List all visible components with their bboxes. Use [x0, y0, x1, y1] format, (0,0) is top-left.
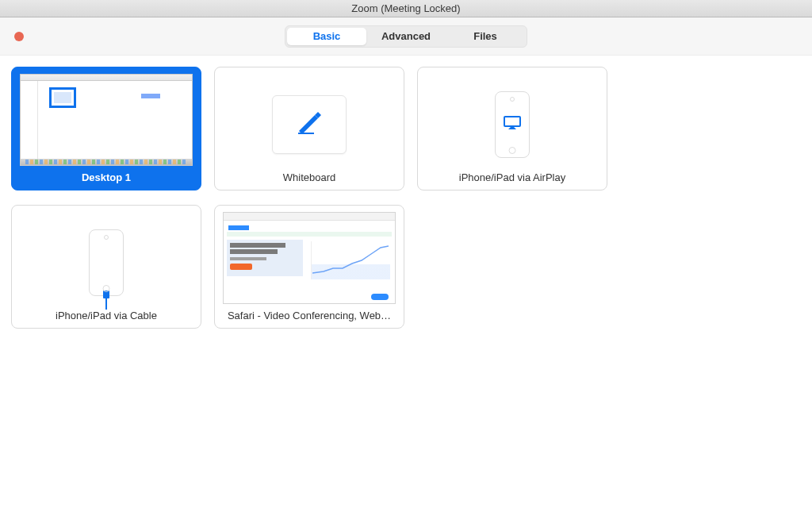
share-screen-panel: Basic Advanced Files Desktop 1 — [0, 17, 812, 508]
share-option-airplay[interactable]: iPhone/iPad via AirPlay — [417, 67, 607, 190]
share-option-desktop-1[interactable]: Desktop 1 — [11, 67, 201, 190]
recording-indicator-icon — [14, 32, 24, 41]
safari-window-thumbnail — [223, 212, 396, 304]
whiteboard-tile — [272, 95, 347, 154]
share-option-whiteboard[interactable]: Whiteboard — [214, 67, 404, 190]
marker-icon — [296, 112, 323, 137]
svg-rect-1 — [504, 117, 520, 126]
tab-files[interactable]: Files — [446, 28, 525, 45]
svg-rect-0 — [298, 133, 314, 134]
share-option-label: Whiteboard — [215, 171, 404, 183]
tab-segmented-control: Basic Advanced Files — [285, 25, 527, 48]
share-option-label: iPhone/iPad via Cable — [12, 310, 201, 321]
cable-icon — [105, 295, 107, 310]
share-option-label: iPhone/iPad via AirPlay — [418, 171, 607, 183]
share-option-safari-window[interactable]: Safari - Video Conferencing, Web… — [214, 205, 404, 329]
phone-outline-icon — [495, 91, 530, 158]
toolbar: Basic Advanced Files — [0, 17, 812, 56]
share-options-grid: Desktop 1 Whiteboard — [0, 56, 812, 348]
desktop-thumbnail — [20, 74, 193, 166]
share-option-label: Safari - Video Conferencing, Web… — [215, 310, 404, 321]
airplay-icon — [504, 116, 521, 133]
tab-basic[interactable]: Basic — [287, 28, 366, 45]
share-option-label: Desktop 1 — [12, 171, 201, 183]
share-option-cable[interactable]: iPhone/iPad via Cable — [11, 205, 201, 329]
phone-outline-icon — [89, 229, 124, 296]
tab-advanced[interactable]: Advanced — [366, 28, 446, 45]
window-titlebar: Zoom (Meeting Locked) — [0, 0, 812, 17]
window-title: Zoom (Meeting Locked) — [351, 2, 460, 14]
